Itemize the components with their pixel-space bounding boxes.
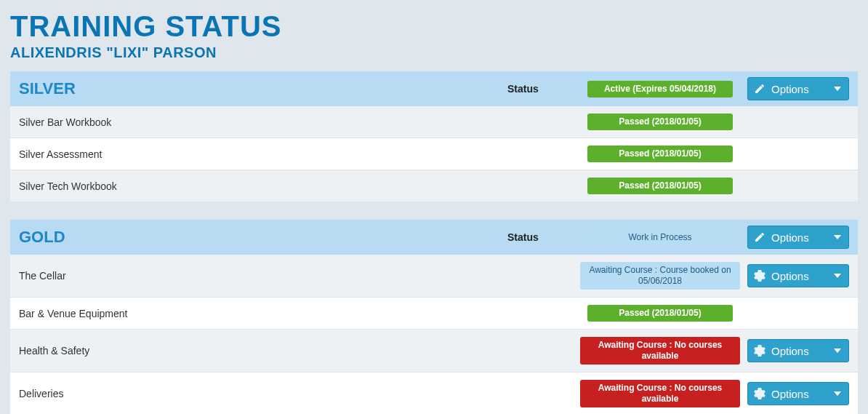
- gear-icon: [754, 270, 765, 282]
- section-title: GOLD: [19, 228, 507, 247]
- user-name: ALIXENDRIS "LIXI" PARSON: [10, 44, 858, 61]
- gear-icon: [754, 388, 765, 399]
- section: SILVERStatusActive (Expires 05/04/2018)O…: [10, 71, 858, 202]
- options-label: Options: [771, 231, 809, 244]
- options-button[interactable]: Options: [747, 339, 849, 362]
- options-label: Options: [771, 388, 809, 400]
- chevron-down-icon: [834, 87, 841, 91]
- training-row: The CellarAwaiting Course : Course booke…: [10, 255, 858, 298]
- training-row: Bar & Venue EquipmentPassed (2018/01/05): [10, 298, 858, 330]
- page-title: TRAINING STATUS: [10, 10, 858, 43]
- section-header: SILVERStatusActive (Expires 05/04/2018)O…: [10, 71, 858, 106]
- training-row: DeliveriesAwaiting Course : No courses a…: [10, 373, 858, 414]
- item-status-badge: Passed (2018/01/05): [587, 178, 733, 194]
- item-status-badge: Awaiting Course : Course booked on 05/06…: [580, 262, 740, 290]
- item-status-badge: Awaiting Course : No courses available: [580, 337, 740, 365]
- chevron-down-icon: [834, 391, 841, 396]
- training-item-name: Silver Bar Workbook: [19, 116, 507, 128]
- chevron-down-icon: [834, 274, 841, 278]
- item-status-badge: Passed (2018/01/05): [587, 146, 733, 162]
- chevron-down-icon: [834, 349, 841, 353]
- options-label: Options: [771, 83, 809, 95]
- item-status-badge: Awaiting Course : No courses available: [580, 380, 740, 407]
- section-title: SILVER: [19, 79, 507, 98]
- status-column-label: Status: [507, 231, 580, 243]
- options-label: Options: [771, 345, 809, 357]
- options-label: Options: [771, 270, 809, 282]
- options-button[interactable]: Options: [747, 382, 849, 405]
- item-status-badge: Passed (2018/01/05): [587, 305, 733, 322]
- training-item-name: Silver Tech Workbook: [19, 180, 507, 192]
- pencil-icon: [754, 231, 765, 243]
- section: GOLDStatusWork in ProcessOptionsThe Cell…: [10, 220, 858, 414]
- chevron-down-icon: [834, 235, 841, 239]
- item-status-badge: Passed (2018/01/05): [587, 114, 733, 130]
- gear-icon: [754, 345, 765, 357]
- status-column-label: Status: [507, 83, 580, 95]
- status-badge: Work in Process: [587, 229, 733, 246]
- section-header: GOLDStatusWork in ProcessOptions: [10, 220, 858, 255]
- training-row: Silver AssessmentPassed (2018/01/05): [10, 138, 858, 170]
- status-badge: Active (Expires 05/04/2018): [587, 81, 733, 97]
- training-row: Silver Tech WorkbookPassed (2018/01/05): [10, 170, 858, 202]
- training-item-name: Silver Assessment: [19, 148, 507, 160]
- training-row: Health & SafetyAwaiting Course : No cour…: [10, 330, 858, 373]
- pencil-icon: [754, 83, 765, 95]
- training-row: Silver Bar WorkbookPassed (2018/01/05): [10, 106, 858, 138]
- training-item-name: The Cellar: [19, 270, 507, 282]
- options-button[interactable]: Options: [747, 226, 849, 249]
- options-button[interactable]: Options: [747, 264, 849, 287]
- training-item-name: Bar & Venue Equipment: [19, 308, 507, 319]
- options-button[interactable]: Options: [747, 77, 849, 100]
- training-item-name: Health & Safety: [19, 345, 507, 357]
- training-item-name: Deliveries: [19, 388, 507, 399]
